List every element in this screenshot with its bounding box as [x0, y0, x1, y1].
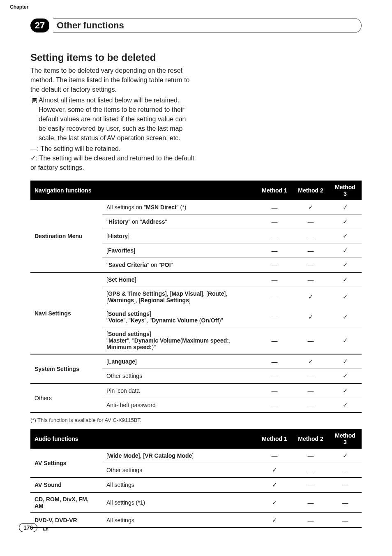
method-cell: ✓ — [293, 200, 329, 215]
page-number: 176 — [19, 523, 37, 532]
method-cell: — — [329, 477, 362, 492]
method-cell: — — [256, 354, 293, 369]
method-cell: ✓ — [329, 272, 362, 287]
method-cell: ✓ — [256, 463, 293, 478]
method-cell: ✓ — [293, 307, 329, 327]
item-cell: "Saved Criteria" on "POI" — [102, 258, 256, 273]
chapter-title: Other functions — [57, 20, 124, 31]
item-cell: [Language] — [102, 354, 256, 369]
method-cell: ✓ — [329, 383, 362, 398]
method-cell: — — [329, 492, 362, 513]
method-cell: — — [293, 449, 329, 463]
method-cell: — — [256, 398, 293, 413]
method-cell: — — [293, 398, 329, 413]
method-cell: ✓ — [329, 200, 362, 215]
group-name-cell: DVD-V, DVD-VR — [30, 513, 102, 528]
method-cell: — — [256, 307, 293, 327]
group-name-cell: AV Settings — [30, 449, 102, 477]
method-cell: — — [293, 229, 329, 243]
t1-header-blank — [102, 181, 256, 200]
method-cell: ✓ — [329, 229, 362, 243]
table-row: AV SoundAll settings✓—— — [30, 477, 362, 492]
table-row: OthersPin icon data——✓ — [30, 383, 362, 398]
chapter-title-pill: Other functions — [53, 18, 362, 33]
method-cell: — — [293, 383, 329, 398]
method-cell: — — [293, 463, 329, 478]
method-cell: — — [293, 513, 329, 528]
method-cell: — — [329, 463, 362, 478]
t2-header-blank — [102, 429, 256, 449]
chapter-header: 27 Other functions — [30, 18, 362, 33]
item-cell: Other settings — [102, 463, 256, 478]
item-cell: [History] — [102, 229, 256, 243]
item-cell: "History" on "Address" — [102, 215, 256, 229]
legend-dash: —: The setting will be retained. — [30, 144, 195, 153]
audio-functions-table: Audio functions Method 1 Method 2 Method… — [30, 429, 362, 528]
item-cell: [Favorites] — [102, 243, 256, 258]
t1-header-m2: Method 2 — [293, 181, 329, 200]
method-cell: — — [293, 215, 329, 229]
navigation-functions-table: Navigation functions Method 1 Method 2 M… — [30, 181, 362, 413]
item-cell: All settings on "MSN Direct" (*) — [102, 200, 256, 215]
t2-header-m1: Method 1 — [256, 429, 293, 449]
table-row: DVD-V, DVD-VRAll settings✓—— — [30, 513, 362, 528]
table-row: CD, ROM, DivX, FM, AMAll settings (*1)✓—… — [30, 492, 362, 513]
legend-check: ✓: The setting will be cleared and retur… — [30, 153, 195, 172]
item-cell: Anti-theft password — [102, 398, 256, 413]
method-cell: ✓ — [329, 307, 362, 327]
svg-rect-1 — [33, 99, 36, 100]
method-cell: — — [256, 327, 293, 354]
table-row: Navi Settings[Set Home]——✓ — [30, 272, 362, 287]
method-cell: ✓ — [329, 354, 362, 369]
method-cell: ✓ — [329, 327, 362, 354]
method-cell: ✓ — [329, 287, 362, 307]
page-language: En — [43, 526, 48, 531]
svg-rect-2 — [33, 100, 36, 101]
table1-footnote: (*) This function is available for AVIC-… — [30, 417, 362, 423]
method-cell: ✓ — [329, 215, 362, 229]
method-cell: — — [293, 272, 329, 287]
item-cell: Other settings — [102, 369, 256, 384]
intro-bullet-text: Almost all items not listed below will b… — [39, 95, 195, 143]
table-row: System Settings[Language]—✓✓ — [30, 354, 362, 369]
method-cell: — — [293, 258, 329, 273]
method-cell: ✓ — [256, 513, 293, 528]
method-cell: — — [256, 287, 293, 307]
group-name-cell: Destination Menu — [30, 200, 102, 272]
method-cell: ✓ — [329, 258, 362, 273]
method-cell: ✓ — [256, 477, 293, 492]
t1-header-group: Navigation functions — [30, 181, 102, 200]
intro-paragraph: The items to be deleted vary depending o… — [30, 66, 195, 95]
t1-header-m3: Method 3 — [329, 181, 362, 200]
group-name-cell: CD, ROM, DivX, FM, AM — [30, 492, 102, 513]
method-cell: — — [293, 243, 329, 258]
method-cell: — — [256, 229, 293, 243]
method-cell: ✓ — [329, 369, 362, 384]
item-cell: All settings — [102, 513, 256, 528]
method-cell: ✓ — [256, 492, 293, 513]
method-cell: — — [256, 383, 293, 398]
note-icon — [30, 95, 39, 106]
method-cell: — — [256, 243, 293, 258]
item-cell: [Sound settings]"Master", "Dynamic Volum… — [102, 327, 256, 354]
table-row: Destination MenuAll settings on "MSN Dir… — [30, 200, 362, 215]
group-name-cell: Navi Settings — [30, 272, 102, 354]
group-name-cell: System Settings — [30, 354, 102, 383]
method-cell: ✓ — [293, 287, 329, 307]
section-title: Setting items to be deleted — [30, 52, 362, 63]
intro-bullet-row: Almost all items not listed below will b… — [30, 95, 195, 143]
item-cell: Pin icon data — [102, 383, 256, 398]
item-cell: [Set Home] — [102, 272, 256, 287]
t2-header-group: Audio functions — [30, 429, 102, 449]
svg-rect-3 — [33, 101, 35, 102]
method-cell: — — [293, 327, 329, 354]
item-cell: All settings — [102, 477, 256, 492]
method-cell: — — [256, 272, 293, 287]
method-cell: ✓ — [293, 354, 329, 369]
method-cell: — — [293, 369, 329, 384]
t1-header-m1: Method 1 — [256, 181, 293, 200]
method-cell: — — [256, 200, 293, 215]
method-cell: — — [256, 369, 293, 384]
item-cell: [Wide Mode], [VR Catalog Mode] — [102, 449, 256, 463]
group-name-cell: AV Sound — [30, 477, 102, 492]
